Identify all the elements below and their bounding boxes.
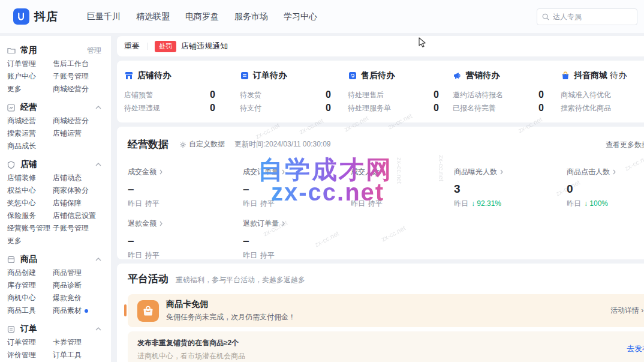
sidebar-link-search-operation[interactable]: 搜索运营: [7, 127, 53, 140]
sidebar-link-shop-decorate[interactable]: 店铺装修: [7, 172, 53, 184]
shield-icon: [7, 160, 16, 169]
sidebar-link-order-manage[interactable]: 订单管理: [7, 58, 53, 70]
metric-refund-amount: 退款金额 – 昨日持平: [128, 219, 243, 261]
metric-label[interactable]: 退款订单量: [243, 219, 351, 229]
todo-value[interactable]: 0: [210, 103, 215, 113]
nav-item-xuexi[interactable]: 学习中心: [284, 11, 317, 22]
sidebar-link-biz-center[interactable]: 商机中心: [7, 292, 53, 304]
chevron-right-icon: [383, 169, 386, 175]
sidebar-section-shop: 店铺 店铺装修 店铺动态 权益中心 商家体验分 奖惩中心 店铺保障 保险服务 店…: [7, 157, 104, 247]
chevron-up-icon[interactable]: [95, 258, 101, 261]
metric-value: –: [243, 234, 351, 247]
sidebar-link-order-tools[interactable]: 订单工具: [53, 349, 104, 361]
sidebar-link-stock-manage[interactable]: 库存管理: [7, 279, 53, 292]
view-more-link[interactable]: 查看更多数据: [606, 140, 644, 150]
sidebar-link-hot-bid[interactable]: 爆款竞价: [53, 292, 104, 304]
sidebar-link-mall-operation[interactable]: 商城经营: [7, 115, 53, 127]
sidebar-link-insurance[interactable]: 保险服务: [7, 210, 53, 222]
todo-value[interactable]: 0: [434, 89, 439, 100]
sidebar-link-merchant-score[interactable]: 商家体验分: [53, 184, 104, 197]
chevron-right-icon: [160, 169, 162, 175]
metric-label[interactable]: 成交人数: [351, 167, 454, 177]
sidebar-link-account-center[interactable]: 账户中心: [7, 70, 53, 83]
sidebar-link-shop-guarantee[interactable]: 店铺保障: [53, 197, 104, 210]
nav-item-qianchuan[interactable]: 巨量千川: [87, 11, 121, 22]
metric-label[interactable]: 成交金额: [128, 167, 243, 177]
todo-label[interactable]: 待处理售后: [348, 90, 384, 100]
todo-value[interactable]: 0: [326, 89, 331, 100]
todo-value[interactable]: 0: [326, 103, 331, 113]
metric-day: 昨日: [243, 199, 257, 208]
chevron-up-icon[interactable]: [95, 327, 101, 331]
chevron-up-icon[interactable]: [95, 106, 101, 109]
top-nav: 抖店 巨量千川 精选联盟 电商罗盘 服务市场 学习中心: [0, 0, 644, 33]
section-title-activity: 平台活动: [128, 272, 168, 286]
sidebar-link-mall-score2[interactable]: 商城经营分: [53, 115, 104, 127]
section-header-common[interactable]: 常用 管理: [7, 43, 104, 58]
sidebar-link-shop-operation[interactable]: 店铺运营: [53, 127, 104, 140]
sidebar-link-order-manage2[interactable]: 订单管理: [7, 336, 53, 349]
sidebar-link-subaccount2[interactable]: 子账号管理: [53, 222, 104, 235]
metric-label[interactable]: 退款金额: [128, 219, 243, 229]
sidebar-link-product-diagnose[interactable]: 商品诊断: [53, 279, 104, 292]
section-header-operation[interactable]: 经营: [7, 100, 104, 115]
custom-data-label: 自定义数据: [189, 139, 225, 149]
activity-detail-link[interactable]: 活动详情 ›: [610, 306, 643, 316]
search-input[interactable]: [553, 13, 631, 21]
todo-label[interactable]: 待发货: [240, 90, 261, 100]
todo-label[interactable]: 商城准入待优化: [561, 90, 611, 100]
sidebar-link-product-manage[interactable]: 商品管理: [53, 267, 104, 279]
sidebar-link-aftersale-workbench[interactable]: 售后工作台: [53, 58, 104, 70]
metric-day: 昨日: [454, 199, 468, 208]
todo-label[interactable]: 待处理服务单: [348, 103, 391, 113]
todo-label[interactable]: 待支付: [240, 103, 261, 113]
todo-label[interactable]: 已报名待完善: [453, 103, 496, 113]
section-header-shop[interactable]: 店铺: [7, 157, 104, 172]
sidebar-link-more2[interactable]: 更多: [7, 235, 53, 247]
search-box[interactable]: [537, 8, 637, 25]
chevron-right-icon: [613, 169, 616, 175]
todo-label[interactable]: 待处理违规: [124, 103, 160, 113]
sidebar-link-shop-news[interactable]: 店铺动态: [53, 172, 104, 184]
todo-value[interactable]: 0: [210, 89, 215, 100]
metric-label[interactable]: 成交订单量: [243, 167, 351, 177]
todo-value[interactable]: 0: [538, 89, 544, 100]
section-header-product[interactable]: 商品: [7, 252, 104, 267]
nav-item-luopan[interactable]: 电商罗盘: [185, 11, 219, 22]
sidebar-link-more[interactable]: 更多: [7, 83, 53, 95]
metric-label[interactable]: 商品点击人数: [567, 167, 644, 177]
sidebar-link-coupon-manage[interactable]: 卡券管理: [53, 336, 104, 349]
nav-item-lianmeng[interactable]: 精选联盟: [136, 11, 170, 22]
section-header-order[interactable]: 订单: [7, 322, 104, 336]
todo-label[interactable]: 搜索待优化商品: [561, 103, 611, 113]
sidebar-link-account-manage[interactable]: 经营账号管理: [7, 222, 53, 235]
sidebar-link-shop-info[interactable]: 店铺信息设置: [53, 210, 104, 222]
sidebar-link-product-growth[interactable]: 商品成长: [7, 140, 53, 152]
todo-value[interactable]: 0: [434, 103, 439, 113]
sidebar-link-mall-score[interactable]: 商城经营分: [53, 83, 104, 95]
metric-label[interactable]: 商品曝光人数: [454, 167, 567, 177]
activity-banner[interactable]: 商品卡免佣 免佣任务尚未完成，次月仍需支付佣金！ 活动详情 ›: [128, 294, 644, 327]
card-order-todo: 订单待办 待发货0 待支付0: [240, 70, 348, 122]
section-title: 商品: [20, 254, 95, 265]
chevron-up-icon[interactable]: [95, 163, 101, 166]
todo-label[interactable]: 店铺预警: [124, 90, 153, 100]
sidebar: 常用 管理 订单管理 售后工作台 账户中心 子账号管理 更多 商城经营分 经营 …: [0, 36, 111, 362]
sidebar-link-product-material[interactable]: 商品素材: [53, 304, 104, 317]
sidebar-link-product-create[interactable]: 商品创建: [7, 267, 53, 279]
go-publish-link[interactable]: 去发布: [627, 343, 644, 354]
custom-data-link[interactable]: 自定义数据: [179, 139, 225, 149]
sidebar-section-common: 常用 管理 订单管理 售后工作台 账户中心 子账号管理 更多 商城经营分: [7, 43, 104, 95]
sidebar-link-rights-center[interactable]: 权益中心: [7, 184, 53, 197]
sidebar-link-product-tools[interactable]: 商品工具: [7, 304, 53, 317]
notice-link[interactable]: 店铺违规通知: [181, 41, 228, 52]
doudian-logo[interactable]: 抖店: [13, 8, 58, 25]
todo-value[interactable]: 0: [538, 103, 544, 113]
nav-item-shichang[interactable]: 服务市场: [234, 11, 268, 22]
sidebar-link-subaccount[interactable]: 子账号管理: [53, 70, 104, 83]
new-badge-dot: [85, 309, 88, 313]
manage-link[interactable]: 管理: [87, 46, 101, 56]
todo-label[interactable]: 邀约活动待报名: [453, 90, 503, 100]
sidebar-link-review-manage[interactable]: 评价管理: [7, 349, 53, 361]
sidebar-link-reward-center[interactable]: 奖惩中心: [7, 197, 53, 210]
